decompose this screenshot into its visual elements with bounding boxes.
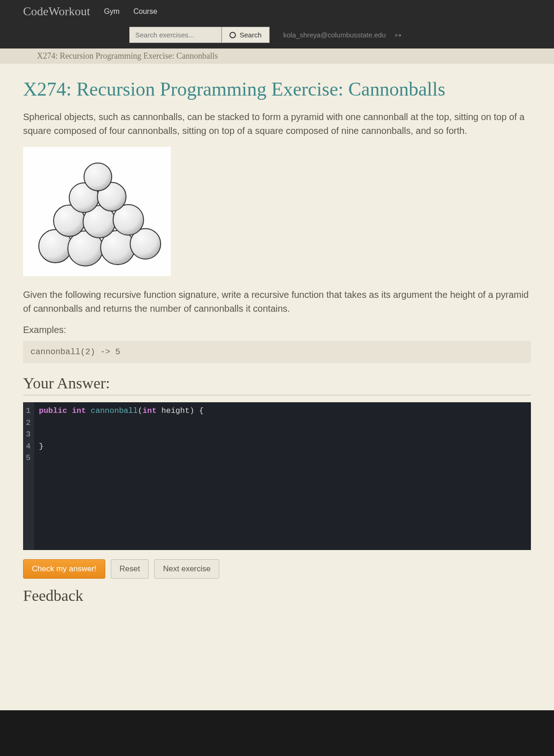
line-gutter: 1 2 3 4 5 [23,402,34,550]
code-line [39,452,526,464]
action-buttons: Check my answer! Reset Next exercise [23,559,531,579]
line-number: 3 [26,429,30,441]
feedback-heading: Feedback [23,587,531,605]
line-number: 1 [26,405,30,417]
next-exercise-button[interactable]: Next exercise [154,559,219,579]
line-number: 2 [26,417,30,429]
instruction-text: Given the following recursive function s… [23,288,531,315]
navbar: CodeWorkout Gym Course [0,0,554,23]
page-title: X274: Recursion Programming Exercise: Ca… [23,78,531,101]
line-number: 4 [26,441,30,453]
search-input[interactable] [129,27,222,43]
examples-label: Examples: [23,325,531,335]
breadcrumb: X274: Recursion Programming Exercise: Ca… [0,48,554,64]
code-line [39,429,526,441]
code-line [39,417,526,429]
brand-logo[interactable]: CodeWorkout [23,5,90,18]
logout-icon[interactable]: ↦ [395,30,401,39]
answer-heading: Your Answer: [23,375,531,395]
code-line: } [39,441,526,453]
svg-point-9 [84,163,112,191]
content-area: X274: Recursion Programming Exercise: Ca… [0,64,554,710]
line-number: 5 [26,452,30,464]
search-button[interactable]: Search [222,27,270,43]
cannonball-pyramid-icon [32,156,162,267]
search-bar: Search kola_shreya@columbusstate.edu ↦ [0,23,554,48]
problem-description: Spherical objects, such as cannonballs, … [23,110,531,138]
code-line: public int cannonball(int height) { [39,405,526,417]
user-email[interactable]: kola_shreya@columbusstate.edu [283,31,386,39]
example-code: cannonball(2) -> 5 [23,341,531,363]
reset-button[interactable]: Reset [111,559,149,579]
search-button-label: Search [240,31,262,39]
nav-gym[interactable]: Gym [104,7,120,16]
nav-course[interactable]: Course [133,7,157,16]
illustration [23,147,171,276]
check-answer-button[interactable]: Check my answer! [23,559,105,579]
code-area[interactable]: public int cannonball(int height) { } [34,402,531,550]
code-editor[interactable]: 1 2 3 4 5 public int cannonball(int heig… [23,402,531,550]
